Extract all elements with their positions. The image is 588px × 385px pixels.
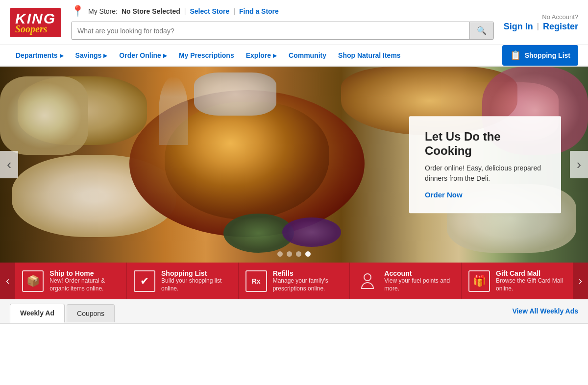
shopping-list-button[interactable]: 📋 Shopping List (502, 45, 578, 66)
gift-card-icon: 🎁 (468, 270, 490, 292)
tab-coupons[interactable]: Coupons (67, 304, 115, 322)
nav-items: Departments ▶ Savings ▶ Order Online ▶ M… (10, 46, 502, 65)
ship-to-home-desc: New! Order natural & organic items onlin… (49, 277, 120, 292)
view-all-weekly-ads-link[interactable]: View All Weekly Ads (512, 307, 578, 315)
gift-card-title: Gift Card Mall (496, 269, 566, 277)
nav-item-explore[interactable]: Explore ▶ (240, 46, 283, 65)
quick-links-bar: ‹ 📦 Ship to Home New! Order natural & or… (0, 263, 588, 299)
nav-item-order-online[interactable]: Order Online ▶ (113, 46, 173, 65)
carousel-dot-2[interactable] (287, 251, 292, 257)
shopping-list-quick-title: Shopping List (161, 269, 231, 277)
quick-links-prev-button[interactable]: ‹ (0, 263, 15, 299)
hero-carousel: Let Us Do the Cooking Order online! Easy… (0, 67, 588, 263)
chevron-right-icon: ▶ (273, 53, 277, 58)
account-icon (357, 270, 378, 292)
hero-cta-link[interactable]: Order Now (425, 191, 463, 199)
quick-link-gift-card[interactable]: 🎁 Gift Card Mall Browse the Gift Card Ma… (462, 263, 573, 299)
store-divider1: | (184, 7, 186, 15)
nav-item-shop-natural[interactable]: Shop Natural Items (332, 46, 407, 65)
store-value: No Store Selected (122, 7, 180, 15)
quick-link-account[interactable]: Account View your fuel points and more. (350, 263, 462, 299)
search-bar: 🔍 (71, 22, 494, 40)
nav-item-savings[interactable]: Savings ▶ (70, 46, 114, 65)
account-separator: | (537, 22, 539, 31)
logo[interactable]: KING Soopers (10, 8, 61, 37)
carousel-next-button[interactable]: › (570, 151, 588, 178)
search-button[interactable]: 🔍 (469, 22, 493, 39)
find-store-link[interactable]: Find a Store (239, 7, 279, 15)
hero-content-overlay: Let Us Do the Cooking Order online! Easy… (409, 116, 561, 213)
search-input[interactable] (72, 22, 469, 39)
location-pin-icon: 📍 (71, 5, 84, 18)
nav-item-community[interactable]: Community (283, 46, 332, 65)
shopping-list-quick-icon: ✔ (134, 270, 155, 292)
quick-link-shopping-list[interactable]: ✔ Shopping List Build your shopping list… (127, 263, 239, 299)
shopping-list-quick-desc: Build your shopping list online. (161, 277, 231, 292)
select-store-link[interactable]: Select Store (190, 7, 229, 15)
nav-bar: Departments ▶ Savings ▶ Order Online ▶ M… (0, 45, 588, 67)
no-account-label: No Account? (542, 13, 578, 21)
shopping-list-label: Shopping List (525, 51, 570, 59)
gift-card-desc: Browse the Gift Card Mall online. (496, 277, 566, 292)
hero-title: Let Us Do the Cooking (425, 130, 545, 158)
ship-to-home-title: Ship to Home (49, 269, 120, 277)
carousel-dots (277, 251, 311, 257)
store-label: My Store: (88, 7, 118, 15)
store-info: 📍 My Store: No Store Selected | Select S… (71, 5, 494, 18)
tab-weekly-ad[interactable]: Weekly Ad (10, 304, 65, 323)
hero-subtitle: Order online! Easy, delicious prepared d… (425, 163, 545, 184)
signin-link[interactable]: Sign In (504, 22, 533, 32)
chevron-right-icon: ▶ (103, 53, 107, 58)
refills-desc: Manage your family's prescriptions onlin… (273, 277, 343, 292)
header: KING Soopers 📍 My Store: No Store Select… (0, 0, 588, 45)
chevron-right-icon: ▶ (163, 53, 167, 58)
ship-to-home-icon: 📦 (22, 270, 44, 292)
account-quick-desc: View your fuel points and more. (384, 277, 454, 292)
refills-title: Refills (273, 269, 343, 277)
quick-links-next-button[interactable]: › (573, 263, 588, 299)
quick-link-ship-to-home[interactable]: 📦 Ship to Home New! Order natural & orga… (15, 263, 127, 299)
account-quick-title: Account (384, 269, 454, 277)
shopping-list-icon: 📋 (510, 50, 521, 61)
quick-links-items: 📦 Ship to Home New! Order natural & orga… (15, 263, 572, 299)
account-area: No Account? Sign In | Register (504, 13, 578, 32)
carousel-dot-1[interactable] (277, 251, 283, 257)
refills-icon: Rx (245, 270, 267, 292)
carousel-prev-button[interactable]: ‹ (0, 151, 18, 178)
carousel-dot-3[interactable] (296, 251, 301, 257)
store-divider2: | (233, 7, 235, 15)
nav-item-prescriptions[interactable]: My Prescriptions (173, 46, 240, 65)
bottom-tabs-bar: Weekly Ad Coupons View All Weekly Ads (0, 299, 588, 324)
register-link[interactable]: Register (543, 22, 578, 32)
nav-item-departments[interactable]: Departments ▶ (10, 46, 70, 65)
quick-link-refills[interactable]: Rx Refills Manage your family's prescrip… (239, 263, 350, 299)
carousel-dot-4[interactable] (305, 251, 311, 257)
chevron-right-icon: ▶ (60, 53, 64, 58)
